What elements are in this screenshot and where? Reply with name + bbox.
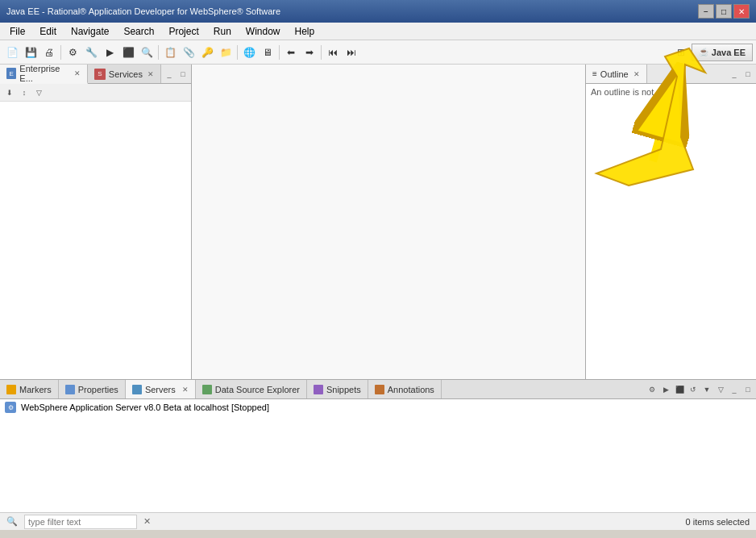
toolbar-btn-12[interactable]: ⬅	[282, 44, 300, 61]
menu-search[interactable]: Search	[117, 24, 160, 39]
toolbar-print-button[interactable]: 🖨	[40, 44, 58, 61]
java-ee-perspective-button[interactable]: ☕ Java EE	[692, 44, 753, 61]
markers-icon	[6, 385, 16, 394]
toolbar-btn-11[interactable]: 🖥	[259, 44, 276, 61]
toolbar-separator-3	[237, 45, 238, 60]
tab-data-source-explorer[interactable]: Data Source Explorer	[196, 380, 307, 398]
bottom-panel-controls: ⚙ ▶ ⬛ ↺ ▼ ▽ _ □	[644, 380, 756, 398]
toolbar-save-button[interactable]: 💾	[22, 44, 39, 61]
tab-servers[interactable]: Servers ✕	[126, 380, 196, 398]
tab-outline[interactable]: ≡ Outline ✕	[586, 65, 647, 83]
tab-services[interactable]: S Services ✕	[88, 65, 161, 83]
center-editor-area	[192, 65, 586, 379]
close-tab-servers-icon[interactable]: ✕	[182, 386, 189, 394]
toolbar-new-button[interactable]: 📄	[3, 44, 21, 61]
toolbar-perspective-button[interactable]: ⊞	[672, 44, 690, 61]
toolbar-btn-8[interactable]: 🔑	[198, 44, 216, 61]
tab-properties[interactable]: Properties	[59, 380, 126, 398]
status-right: 0 items selected	[686, 517, 750, 527]
tab-markers[interactable]: Markers	[0, 380, 59, 398]
bottom-btn-5[interactable]: ▽	[714, 383, 727, 396]
status-bar: 🔍 ✕ 0 items selected	[0, 512, 756, 530]
menu-run[interactable]: Run	[207, 24, 238, 39]
server-entry[interactable]: ⚙ WebSphere Application Server v8.0 Beta…	[0, 399, 756, 415]
toolbar-btn-7[interactable]: 📎	[180, 44, 197, 61]
toolbar-run-button[interactable]: ▶	[101, 44, 118, 61]
menu-navigate[interactable]: Navigate	[64, 24, 115, 39]
left-panel: E Enterprise E... ✕ S Services ✕ _ □ ⬇ ↕…	[0, 65, 192, 379]
window-controls[interactable]: − □ ✕	[698, 4, 750, 19]
minimize-panel-button[interactable]: _	[163, 68, 176, 81]
datasource-icon	[202, 385, 212, 394]
tab-enterprise-explorer-label: Enterprise E...	[19, 64, 69, 83]
services-icon: S	[94, 69, 106, 80]
toolbar-separator-1	[60, 45, 61, 60]
maximize-outline-button[interactable]: □	[741, 68, 754, 81]
tab-annotations[interactable]: Annotations	[368, 380, 442, 398]
server-entry-icon: ⚙	[5, 402, 16, 413]
properties-icon	[65, 385, 75, 394]
toolbar-btn-15[interactable]: ⏭	[343, 44, 360, 61]
filter-area: ✕	[24, 515, 153, 529]
toolbar-btn-4[interactable]: ⬛	[119, 44, 137, 61]
tab-snippets[interactable]: Snippets	[307, 380, 368, 398]
title-text: Java EE - Rational® Application Develope…	[6, 6, 280, 16]
annotations-icon	[375, 385, 384, 394]
server-entry-label: WebSphere Application Server v8.0 Beta a…	[21, 402, 269, 412]
maximize-panel-button[interactable]: □	[177, 68, 189, 81]
servers-icon	[132, 385, 142, 394]
tab-outline-label: Outline	[600, 69, 629, 79]
tab-markers-label: Markers	[19, 385, 52, 394]
outline-icon: ≡	[592, 69, 597, 78]
toolbar-btn-10[interactable]: 🌐	[240, 44, 258, 61]
close-button[interactable]: ✕	[733, 4, 750, 19]
left-panel-toolbar: ⬇ ↕ ▽	[0, 84, 191, 102]
title-bar: Java EE - Rational® Application Develope…	[0, 0, 756, 23]
filter-clear-button[interactable]: ✕	[140, 515, 153, 528]
tab-servers-label: Servers	[145, 385, 176, 394]
minimize-outline-button[interactable]: _	[728, 68, 741, 81]
close-tab-outline-icon[interactable]: ✕	[633, 70, 640, 78]
link-button[interactable]: ▽	[32, 86, 45, 99]
tab-services-label: Services	[109, 69, 143, 79]
bottom-stop-button[interactable]: ⬛	[673, 383, 686, 396]
main-area: E Enterprise E... ✕ S Services ✕ _ □ ⬇ ↕…	[0, 65, 756, 379]
maximize-bottom-button[interactable]: □	[741, 383, 754, 396]
tab-data-source-label: Data Source Explorer	[215, 385, 300, 394]
maximize-button[interactable]: □	[716, 4, 732, 19]
toolbar-btn-2[interactable]: ⚙	[64, 44, 81, 61]
outline-message: An outline is not av...	[591, 87, 672, 97]
toolbar-btn-3[interactable]: 🔧	[82, 44, 100, 61]
search-icon: 🔍	[6, 516, 18, 527]
bottom-run-button[interactable]: ▶	[659, 383, 672, 396]
bottom-panel: Markers Properties Servers ✕ Data Source…	[0, 379, 756, 512]
toolbar-btn-14[interactable]: ⏮	[324, 44, 342, 61]
menu-file[interactable]: File	[3, 24, 31, 39]
toolbar-btn-9[interactable]: 📁	[217, 44, 235, 61]
filter-input[interactable]	[24, 515, 137, 529]
close-tab-srv-icon[interactable]: ✕	[147, 70, 154, 78]
bottom-toolbar-btn-1[interactable]: ⚙	[646, 383, 658, 396]
menu-edit[interactable]: Edit	[33, 24, 63, 39]
toolbar-btn-5[interactable]: 🔍	[138, 44, 156, 61]
toolbar-btn-13[interactable]: ➡	[301, 44, 318, 61]
toolbar-btn-6[interactable]: 📋	[161, 44, 179, 61]
sync-button[interactable]: ↕	[18, 86, 31, 99]
minimize-bottom-button[interactable]: _	[728, 383, 741, 396]
collapse-all-button[interactable]: ⬇	[3, 86, 16, 99]
menu-window[interactable]: Window	[239, 24, 287, 39]
toolbar-separator-4	[279, 45, 280, 60]
menu-project[interactable]: Project	[162, 24, 205, 39]
bottom-btn-3[interactable]: ↺	[687, 383, 700, 396]
close-tab-ee-icon[interactable]: ✕	[74, 69, 81, 77]
tab-enterprise-explorer[interactable]: E Enterprise E... ✕	[0, 65, 88, 84]
bottom-panel-content: ⚙ WebSphere Application Server v8.0 Beta…	[0, 399, 756, 512]
editor-workspace[interactable]	[192, 65, 585, 379]
menu-help[interactable]: Help	[289, 24, 322, 39]
tab-annotations-label: Annotations	[388, 385, 434, 394]
java-ee-icon: ☕	[699, 48, 708, 56]
toolbar-right: ⊞ ☕ Java EE	[672, 44, 753, 61]
minimize-button[interactable]: −	[698, 4, 714, 19]
bottom-btn-4[interactable]: ▼	[700, 383, 713, 396]
left-panel-content	[0, 102, 191, 379]
